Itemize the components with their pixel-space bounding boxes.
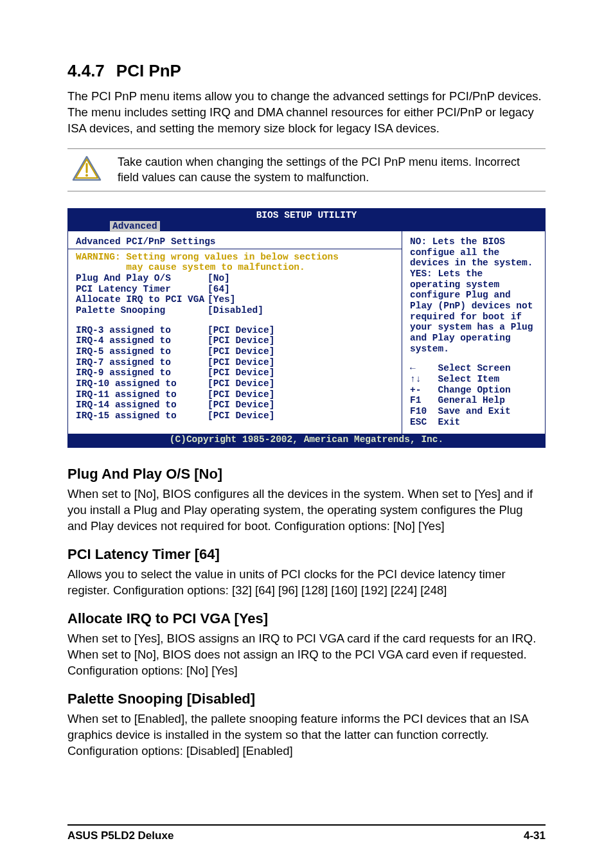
bios-option-row[interactable]: IRQ-4 assigned to[PCI Device] — [76, 335, 394, 346]
bios-nav-hint: F1 General Help — [410, 395, 538, 406]
svg-point-1 — [85, 174, 88, 177]
bios-option-row[interactable]: Plug And Play O/S[No] — [76, 273, 394, 284]
bios-copyright: (C)Copyright 1985-2002, American Megatre… — [68, 434, 545, 447]
item-heading: Plug And Play O/S [No] — [67, 466, 546, 483]
bios-tabs: Advanced — [68, 221, 545, 232]
bios-left-panel: Advanced PCI/PnP Settings WARNING: Setti… — [68, 231, 402, 434]
bios-option-row[interactable]: IRQ-10 assigned to[PCI Device] — [76, 378, 394, 389]
bios-panel-title: Advanced PCI/PnP Settings — [76, 236, 394, 247]
item-heading: PCI Latency Timer [64] — [67, 546, 546, 563]
footer-right: 4-31 — [524, 829, 546, 842]
bios-warning: WARNING: Setting wrong values in below s… — [76, 252, 394, 273]
bios-option-row[interactable]: IRQ-14 assigned to[PCI Device] — [76, 400, 394, 411]
bios-option-row[interactable]: IRQ-9 assigned to[PCI Device] — [76, 368, 394, 378]
bios-nav-hint: +- Change Option — [410, 385, 538, 396]
caution-text: Take caution when changing the settings … — [118, 154, 546, 186]
bios-option-row[interactable]: PCI Latency Timer[64] — [76, 284, 394, 295]
bios-screenshot: BIOS SETUP UTILITY Advanced Advanced PCI… — [67, 208, 546, 448]
caution-icon — [67, 154, 106, 182]
bios-nav-hint: ← Select Screen — [410, 363, 538, 374]
section-heading: 4.4.7PCI PnP — [67, 61, 546, 81]
bios-option-row[interactable]: Allocate IRQ to PCI VGA[Yes] — [76, 294, 394, 305]
section-number: 4.4.7 — [67, 61, 105, 80]
bios-nav-hint: ↑↓ Select Item — [410, 374, 538, 385]
bios-help-text: NO: Lets the BIOS configue all the devic… — [410, 236, 538, 354]
bios-tab-advanced[interactable]: Advanced — [110, 221, 160, 232]
item-heading: Allocate IRQ to PCI VGA [Yes] — [67, 610, 546, 627]
bios-option-row[interactable]: IRQ-15 assigned to[PCI Device] — [76, 411, 394, 421]
bios-option-row[interactable]: IRQ-5 assigned to[PCI Device] — [76, 346, 394, 357]
item-body: When set to [Yes], BIOS assigns an IRQ t… — [67, 631, 546, 679]
bios-option-row[interactable]: IRQ-7 assigned to[PCI Device] — [76, 357, 394, 368]
intro-paragraph: The PCI PnP menu items allow you to chan… — [67, 89, 546, 137]
bios-help-panel: NO: Lets the BIOS configue all the devic… — [402, 231, 545, 434]
footer-left: ASUS P5LD2 Deluxe — [67, 829, 173, 842]
page-footer: ASUS P5LD2 Deluxe 4-31 — [67, 824, 546, 842]
bios-header: BIOS SETUP UTILITY Advanced — [68, 209, 545, 231]
bios-nav-hint: ESC Exit — [410, 417, 538, 428]
section-title: PCI PnP — [116, 61, 181, 80]
item-body: When set to [Enabled], the pallete snoop… — [67, 711, 546, 759]
item-body: Allows you to select the value in units … — [67, 567, 546, 599]
bios-option-row[interactable]: IRQ-3 assigned to[PCI Device] — [76, 325, 394, 336]
bios-nav-hint: F10 Save and Exit — [410, 406, 538, 417]
caution-callout: Take caution when changing the settings … — [67, 148, 546, 191]
item-heading: Palette Snooping [Disabled] — [67, 691, 546, 707]
bios-utility-title: BIOS SETUP UTILITY — [68, 210, 545, 221]
item-body: When set to [No], BIOS configures all th… — [67, 486, 546, 535]
bios-option-row[interactable]: Palette Snooping[Disabled] — [76, 305, 394, 316]
bios-option-row[interactable]: IRQ-11 assigned to[PCI Device] — [76, 389, 394, 400]
bios-divider — [68, 249, 402, 249]
